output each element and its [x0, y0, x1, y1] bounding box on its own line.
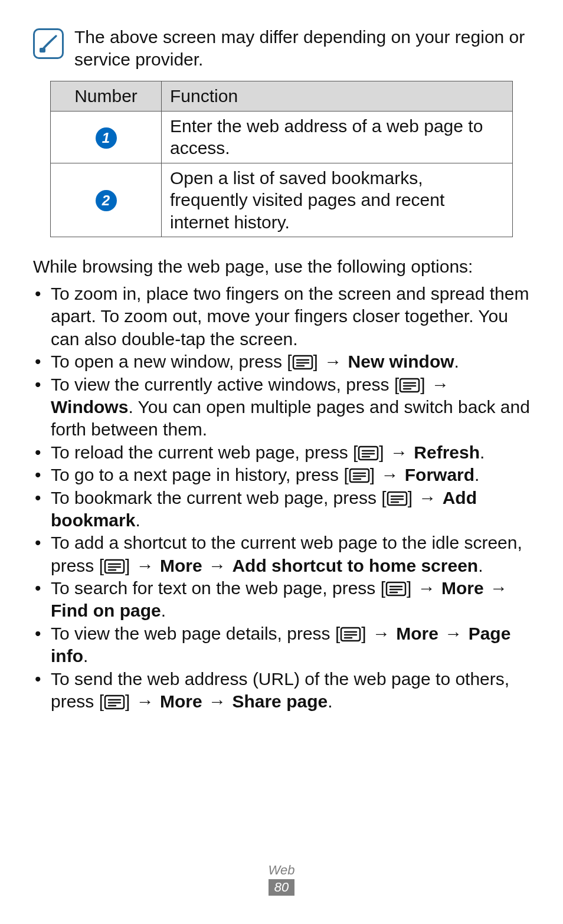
menu-icon	[340, 627, 361, 642]
arrow-icon: →	[417, 487, 437, 509]
bold-label: More	[396, 624, 438, 643]
list-item: To reload the current web page, press []…	[33, 441, 530, 464]
bold-label: Add bookmark	[51, 488, 477, 530]
table-cell-number: 1	[51, 111, 162, 163]
arrow-icon: →	[379, 464, 400, 486]
arrow-icon: →	[207, 555, 227, 577]
table-header-function: Function	[162, 81, 513, 112]
menu-icon	[104, 559, 125, 574]
bold-label: More	[441, 578, 484, 598]
svg-rect-0	[40, 48, 45, 53]
list-item: To go to a next page in history, press […	[33, 464, 530, 486]
info-note: The above screen may differ depending on…	[33, 26, 530, 70]
list-item: To view the currently active windows, pr…	[33, 373, 530, 441]
menu-icon	[399, 378, 420, 393]
arrow-icon: →	[389, 441, 409, 464]
table-cell-function: Open a list of saved bookmarks, frequent…	[162, 163, 513, 237]
bold-label: More	[160, 556, 202, 575]
list-item: To view the web page details, press [] →…	[33, 622, 530, 668]
table-cell-function: Enter the web address of a web page to a…	[162, 111, 513, 163]
arrow-icon: →	[207, 690, 227, 713]
number-function-table: Number Function 1Enter the web address o…	[50, 81, 513, 237]
menu-icon	[385, 581, 407, 597]
bold-label: Windows	[51, 397, 128, 417]
list-item: To send the web address (URL) of the web…	[33, 668, 530, 713]
arrow-icon: →	[323, 350, 343, 373]
page-footer: Web 80	[0, 863, 563, 896]
footer-page-number: 80	[269, 879, 294, 896]
number-badge: 1	[96, 127, 117, 149]
menu-icon	[292, 355, 313, 370]
bold-label: Forward	[405, 465, 474, 484]
list-item: To search for text on the web page, pres…	[33, 577, 530, 622]
table-cell-number: 2	[51, 163, 162, 237]
bold-label: New window	[348, 352, 454, 371]
arrow-icon: →	[135, 555, 155, 577]
bold-label: Page info	[51, 624, 510, 666]
list-item: To add a shortcut to the current web pag…	[33, 532, 530, 577]
arrow-icon: →	[430, 373, 450, 396]
arrow-icon: →	[489, 577, 509, 599]
bold-label: More	[160, 692, 202, 711]
number-badge: 2	[96, 190, 117, 211]
table-header-number: Number	[51, 81, 162, 112]
table-row: 1Enter the web address of a web page to …	[51, 111, 513, 163]
menu-icon	[387, 491, 408, 506]
arrow-icon: →	[417, 577, 437, 599]
bold-label: Share page	[232, 692, 328, 711]
intro-text: While browsing the web page, use the fol…	[33, 255, 530, 278]
arrow-icon: →	[443, 622, 463, 645]
arrow-icon: →	[135, 690, 155, 713]
arrow-icon: →	[371, 622, 391, 645]
table-row: 2Open a list of saved bookmarks, frequen…	[51, 163, 513, 237]
footer-section: Web	[0, 863, 563, 878]
menu-icon	[104, 694, 125, 710]
list-item: To zoom in, place two fingers on the scr…	[33, 283, 530, 350]
bold-label: Find on page	[51, 601, 161, 620]
list-item: To open a new window, press [] → New win…	[33, 350, 530, 373]
menu-icon	[358, 445, 379, 461]
bold-label: Refresh	[414, 443, 480, 462]
options-list: To zoom in, place two fingers on the scr…	[33, 283, 530, 713]
list-item: To bookmark the current web page, press …	[33, 487, 530, 532]
info-note-text: The above screen may differ depending on…	[74, 26, 530, 70]
info-note-icon	[33, 28, 64, 59]
menu-icon	[349, 468, 370, 483]
bold-label: Add shortcut to home screen	[232, 556, 478, 575]
